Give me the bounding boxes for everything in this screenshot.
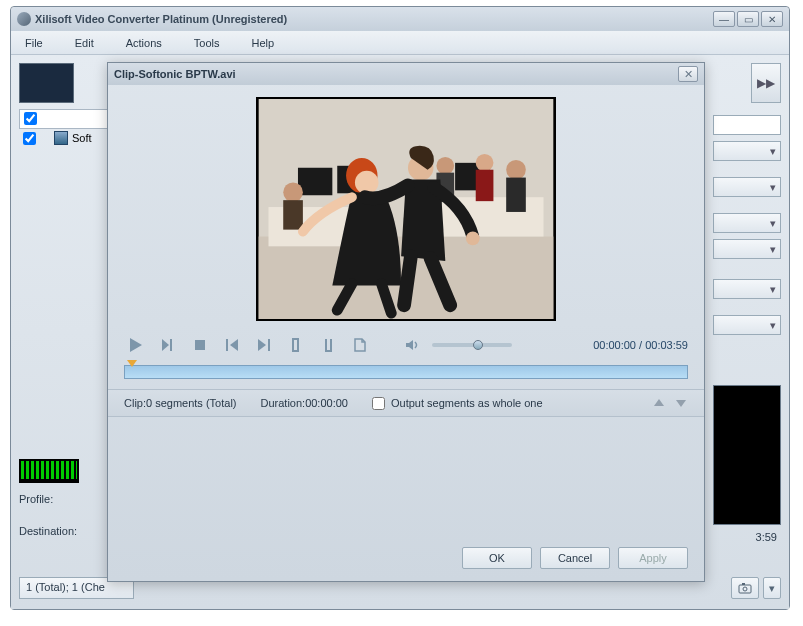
thumbnail[interactable]: [19, 63, 74, 103]
close-button[interactable]: ✕: [761, 11, 783, 27]
next-frame-button[interactable]: [156, 333, 180, 357]
output-whole-checkbox[interactable]: [372, 397, 385, 410]
destination-label: Destination:: [19, 525, 77, 537]
maximize-button[interactable]: ▭: [737, 11, 759, 27]
menu-tools[interactable]: Tools: [188, 35, 226, 51]
svg-rect-7: [298, 168, 332, 196]
playback-controls: 00:00:00 / 00:03:59: [108, 321, 704, 361]
next-button[interactable]: [252, 333, 276, 357]
prop-input-1[interactable]: [713, 115, 781, 135]
stop-button[interactable]: [188, 333, 212, 357]
prop-dropdown-2[interactable]: ▾: [713, 177, 781, 197]
svg-point-14: [506, 160, 526, 180]
prop-dropdown-5[interactable]: ▾: [713, 279, 781, 299]
clip-info-row: Clip:0 segments (Total) Duration:00:00:0…: [108, 389, 704, 417]
svg-rect-11: [283, 200, 303, 229]
svg-point-16: [436, 157, 454, 175]
prop-dropdown-4[interactable]: ▾: [713, 239, 781, 259]
minimize-button[interactable]: —: [713, 11, 735, 27]
timeline[interactable]: [124, 365, 688, 379]
timeline-marker-icon[interactable]: [127, 360, 137, 367]
volume-button[interactable]: [400, 333, 424, 357]
dialog-titlebar[interactable]: Clip-Softonic BPTW.avi ✕: [108, 63, 704, 85]
menu-edit[interactable]: Edit: [69, 35, 100, 51]
output-whole-text: Output segments as whole one: [391, 397, 543, 409]
dialog-buttons: OK Cancel Apply: [462, 547, 688, 569]
svg-rect-15: [506, 178, 526, 212]
set-start-button[interactable]: [284, 333, 308, 357]
svg-rect-2: [742, 583, 745, 585]
svg-rect-24: [226, 339, 228, 351]
menu-file[interactable]: File: [19, 35, 49, 51]
set-end-button[interactable]: [316, 333, 340, 357]
time-display: 00:00:00 / 00:03:59: [593, 339, 688, 351]
app-logo-icon: [17, 12, 31, 26]
prop-dropdown-1[interactable]: ▾: [713, 141, 781, 161]
main-titlebar[interactable]: Xilisoft Video Converter Platinum (Unreg…: [11, 7, 789, 31]
svg-point-21: [466, 232, 480, 246]
svg-point-1: [743, 587, 747, 591]
preview-duration: 3:59: [756, 531, 777, 543]
svg-point-10: [283, 182, 303, 202]
app-title: Xilisoft Video Converter Platinum (Unreg…: [35, 13, 713, 25]
audio-waveform: [19, 459, 79, 483]
next-button[interactable]: ▶▶: [751, 63, 781, 103]
video-frame-image: [258, 99, 554, 319]
clip-duration-label: Duration:00:00:00: [261, 397, 348, 409]
file-name: Soft: [72, 132, 92, 144]
video-file-icon: [54, 131, 68, 145]
time-total: 00:03:59: [645, 339, 688, 351]
time-current: 00:00:00: [593, 339, 636, 351]
move-down-button[interactable]: [674, 396, 688, 410]
snapshot-menu-button[interactable]: ▾: [763, 577, 781, 599]
file-checkbox[interactable]: [23, 132, 36, 145]
menu-actions[interactable]: Actions: [120, 35, 168, 51]
clip-segments-label: Clip:0 segments (Total): [124, 397, 237, 409]
cancel-button[interactable]: Cancel: [540, 547, 610, 569]
menubar: File Edit Actions Tools Help: [11, 31, 789, 55]
svg-rect-23: [195, 340, 205, 350]
snapshot-button[interactable]: [731, 577, 759, 599]
svg-point-12: [476, 154, 494, 172]
svg-rect-22: [170, 339, 172, 351]
ok-button[interactable]: OK: [462, 547, 532, 569]
filelist-header: [19, 109, 114, 129]
svg-rect-0: [739, 585, 751, 593]
profile-label: Profile:: [19, 493, 53, 505]
prev-button[interactable]: [220, 333, 244, 357]
new-clip-button[interactable]: [348, 333, 372, 357]
play-button[interactable]: [124, 333, 148, 357]
svg-rect-25: [268, 339, 270, 351]
volume-slider[interactable]: [432, 343, 512, 347]
prop-dropdown-3[interactable]: ▾: [713, 213, 781, 233]
move-up-button[interactable]: [652, 396, 666, 410]
video-preview[interactable]: [256, 97, 556, 321]
preview-panel: [713, 385, 781, 525]
file-row[interactable]: Soft: [23, 131, 92, 145]
clip-dialog: Clip-Softonic BPTW.avi ✕: [107, 62, 705, 582]
svg-rect-13: [476, 170, 494, 201]
apply-button: Apply: [618, 547, 688, 569]
select-all-checkbox[interactable]: [24, 112, 37, 125]
menu-help[interactable]: Help: [245, 35, 280, 51]
dialog-close-button[interactable]: ✕: [678, 66, 698, 82]
prop-dropdown-6[interactable]: ▾: [713, 315, 781, 335]
dialog-title: Clip-Softonic BPTW.avi: [114, 68, 678, 80]
output-whole-checkbox-label[interactable]: Output segments as whole one: [372, 397, 543, 410]
